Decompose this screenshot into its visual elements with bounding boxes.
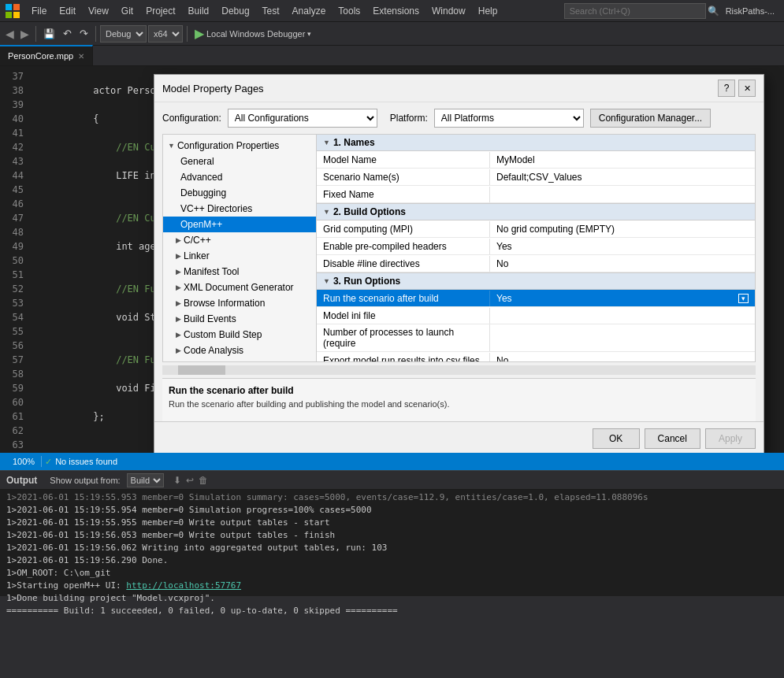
menu-project[interactable]: Project xyxy=(139,2,181,20)
dialog-help-button[interactable]: ? xyxy=(718,80,735,97)
tree-item-manifest[interactable]: ▶ Manifest Tool xyxy=(163,264,316,280)
svg-rect-1 xyxy=(13,4,20,10)
prop-value-scenarionames: Default;CSV_Values xyxy=(490,169,755,185)
section2-title: 2. Build Options xyxy=(333,206,406,217)
section2-header[interactable]: ▼ 2. Build Options xyxy=(317,203,755,220)
ok-button[interactable]: OK xyxy=(593,428,640,449)
section3-header[interactable]: ▼ 3. Run Options xyxy=(317,272,755,290)
tree-item-custombuild[interactable]: ▶ Custom Build Step xyxy=(163,327,316,343)
prop-value-run-scenario: Yes ▾ xyxy=(490,291,755,306)
section3-title: 3. Run Options xyxy=(333,276,400,287)
prop-name-scenarionames: Scenario Name(s) xyxy=(317,169,490,185)
prop-value-num-processes xyxy=(490,335,755,340)
tab-personcore[interactable]: PersonCore.mpp ✕ xyxy=(0,45,93,65)
prop-row-run-scenario[interactable]: Run the scenario after build Yes ▾ xyxy=(317,290,755,307)
output-content: 1>2021-06-01 15:19:55.953 member=0 Simul… xyxy=(0,490,784,619)
tree-item-codeanalysis[interactable]: ▶ Code Analysis xyxy=(163,343,316,358)
output-line-6: 1>2021-06-01 15:19:56.290 Done. xyxy=(6,554,778,567)
save-button[interactable]: 💾 xyxy=(40,27,58,41)
prop-row-disable-line: Disable #line directives No xyxy=(317,255,755,272)
tree-root-label: Configuration Properties xyxy=(177,140,279,151)
config-label: Configuration: xyxy=(162,113,221,124)
menu-help[interactable]: Help xyxy=(472,2,504,20)
tree-cpp-arrow: ▶ xyxy=(176,236,181,244)
tree-item-cpp[interactable]: ▶ C/C++ xyxy=(163,232,316,248)
prop-name-fixedname: Fixed Name xyxy=(317,187,490,202)
tree-item-advanced[interactable]: Advanced xyxy=(163,169,316,185)
forward-button[interactable]: ▶ xyxy=(18,26,32,42)
menu-edit[interactable]: Edit xyxy=(53,2,82,20)
config-dropdown[interactable]: Debug xyxy=(100,25,147,43)
prop-value-gridcomputing: No grid computing (EMPTY) xyxy=(490,221,755,237)
prop-row-model-ini: Model ini file xyxy=(317,307,755,324)
tree-item-browse[interactable]: ▶ Browse Information xyxy=(163,295,316,311)
apply-button[interactable]: Apply xyxy=(705,428,756,449)
menu-tools[interactable]: Tools xyxy=(332,2,366,20)
line-numbers: 3738394041424344454647484950515253545556… xyxy=(0,66,30,453)
menu-build[interactable]: Build xyxy=(182,2,216,20)
menu-test[interactable]: Test xyxy=(256,2,286,20)
tree-panel: ▼ Configuration Properties General Advan… xyxy=(163,135,317,361)
run-button[interactable]: ▶ Local Windows Debugger ▾ xyxy=(191,24,314,43)
dialog: Model Property Pages ? ✕ Configuration: … xyxy=(154,74,764,453)
tree-item-xml[interactable]: ▶ XML Document Generator xyxy=(163,280,316,295)
issues-label: No issues found xyxy=(55,457,117,466)
props-panel: ▼ 1. Names Model Name MyModel Scenario N… xyxy=(317,135,755,361)
menu-git[interactable]: Git xyxy=(115,2,139,20)
output-link[interactable]: http://localhost:57767 xyxy=(126,580,241,591)
section3-arrow: ▼ xyxy=(323,277,330,285)
search-input[interactable] xyxy=(564,3,706,19)
prop-row-scenarionames: Scenario Name(s) Default;CSV_Values xyxy=(317,169,755,186)
redo-button[interactable]: ↷ xyxy=(76,26,91,41)
prop-name-modelname: Model Name xyxy=(317,152,490,168)
menu-extensions[interactable]: Extensions xyxy=(366,2,425,20)
configuration-select[interactable]: All Configurations xyxy=(228,109,377,128)
tree-root[interactable]: ▼ Configuration Properties xyxy=(163,138,316,154)
tab-close-icon[interactable]: ✕ xyxy=(78,52,84,61)
output-wrap-button[interactable]: ↩ xyxy=(186,475,194,486)
menu-file[interactable]: File xyxy=(25,2,53,20)
back-button[interactable]: ◀ xyxy=(3,26,17,42)
prop-name-model-ini: Model ini file xyxy=(317,308,490,324)
output-title: Output xyxy=(6,475,37,486)
undo-button[interactable]: ↶ xyxy=(60,26,75,41)
description-panel: Run the scenario after build Run the sce… xyxy=(162,378,756,421)
app-logo xyxy=(3,2,22,20)
tree-item-buildevents[interactable]: ▶ Build Events xyxy=(163,311,316,327)
cancel-button[interactable]: Cancel xyxy=(645,428,700,449)
tree-item-vcdirs[interactable]: VC++ Directories xyxy=(163,201,316,217)
config-manager-button[interactable]: Configuration Manager... xyxy=(590,109,711,128)
menu-analyze[interactable]: Analyze xyxy=(286,2,333,20)
output-line-8: 1>Starting openM++ UI: http://localhost:… xyxy=(6,580,778,592)
output-line-1: 1>2021-06-01 15:19:55.953 member=0 Simul… xyxy=(6,491,778,504)
run-icon: ▶ xyxy=(195,26,204,41)
tree-item-debugging[interactable]: Debugging xyxy=(163,185,316,201)
prop-value-model-ini xyxy=(490,313,755,318)
tree-codeanalysis-arrow: ▶ xyxy=(176,346,181,354)
dialog-title: Model Property Pages xyxy=(162,83,264,94)
tree-linker-arrow: ▶ xyxy=(176,252,181,260)
platform-label: Platform: xyxy=(390,113,428,124)
prop-name-precompiled: Enable pre-compiled headers xyxy=(317,239,490,254)
output-panel: Output Show output from: Build ⬇ ↩ 🗑 1>2… xyxy=(0,470,784,596)
prop-dropdown-icon[interactable]: ▾ xyxy=(738,294,749,303)
platform-select[interactable]: All Platforms xyxy=(434,109,584,128)
tree-item-linker[interactable]: ▶ Linker xyxy=(163,248,316,264)
prop-name-gridcomputing: Grid computing (MPI) xyxy=(317,221,490,237)
section1-header[interactable]: ▼ 1. Names xyxy=(317,135,755,151)
output-scroll-end-button[interactable]: ⬇ xyxy=(173,475,181,486)
prop-name-export-csv: Export model run results into csv files xyxy=(317,353,490,362)
menu-debug[interactable]: Debug xyxy=(215,2,255,20)
menu-window[interactable]: Window xyxy=(425,2,472,20)
output-line-9: 1>Done building project "Model.vcxproj". xyxy=(6,592,778,605)
dialog-scrollbar[interactable] xyxy=(162,365,756,375)
output-source-select[interactable]: Build xyxy=(127,473,164,487)
svg-rect-3 xyxy=(13,12,20,18)
dialog-close-button[interactable]: ✕ xyxy=(738,80,756,97)
menu-view[interactable]: View xyxy=(82,2,115,20)
output-clear-button[interactable]: 🗑 xyxy=(199,475,208,486)
scroll-thumb[interactable] xyxy=(178,365,225,375)
tree-item-general[interactable]: General xyxy=(163,154,316,169)
tree-item-openm[interactable]: OpenM++ xyxy=(163,217,316,232)
platform-dropdown[interactable]: x64 xyxy=(148,25,183,43)
